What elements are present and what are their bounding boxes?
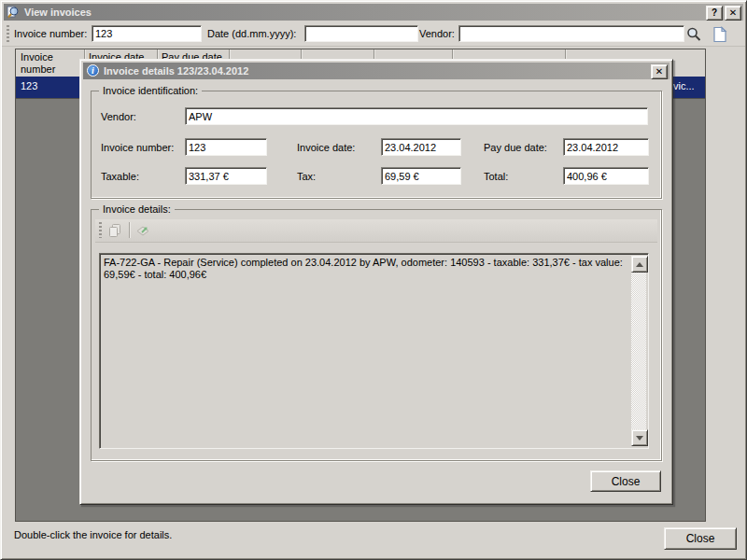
view-invoices-icon	[7, 6, 20, 19]
arrow-down-icon	[636, 436, 643, 441]
invoice-number-filter-label: Invoice number:	[14, 28, 87, 39]
vendor-filter-label: Vendor:	[419, 28, 455, 39]
cell-truncated-details: vic...	[673, 80, 695, 91]
filter-toolbar: Invoice number: Date (dd.mm.yyyy): Vendo…	[2, 21, 745, 47]
vendor-field[interactable]	[185, 107, 648, 125]
arrow-up-icon	[636, 262, 643, 267]
document-icon	[712, 26, 728, 43]
export-icon	[135, 223, 150, 238]
details-scrollbar[interactable]	[631, 256, 646, 446]
invoice-details-group: Invoice details:	[91, 209, 662, 461]
date-filter-input[interactable]	[304, 25, 418, 42]
scrollbar-down-button[interactable]	[631, 429, 648, 446]
cell-invoice-number: 123	[21, 80, 37, 91]
invoice-number-field[interactable]	[185, 138, 267, 156]
total-field[interactable]	[563, 167, 649, 185]
main-titlebar: View invoices ? ✕	[4, 4, 743, 21]
main-close-button[interactable]: Close	[664, 527, 737, 550]
toolbar-separator	[129, 222, 130, 238]
taxable-label: Taxable:	[101, 171, 139, 182]
export-button[interactable]	[134, 221, 152, 240]
taxable-field[interactable]	[185, 167, 267, 185]
dialog-title: Invoice details 123/23.04.2012	[104, 63, 248, 79]
invoice-date-label: Invoice date:	[297, 142, 355, 153]
search-icon	[685, 26, 702, 43]
invoice-number-filter-input[interactable]	[92, 25, 202, 42]
toolbar-grip[interactable]	[7, 25, 9, 42]
search-button[interactable]	[683, 23, 705, 46]
dialog-titlebar: i Invoice details 123/23.04.2012 ✕	[83, 63, 669, 79]
pay-due-date-field[interactable]	[563, 138, 649, 156]
tax-label: Tax:	[297, 171, 316, 182]
details-toolbar	[95, 219, 657, 243]
invoice-identification-legend: Invoice identification:	[99, 84, 202, 97]
total-label: Total:	[484, 171, 508, 182]
vendor-filter-input[interactable]	[458, 25, 684, 42]
invoice-details-text: FA-722-GA - Repair (Service) completed o…	[104, 257, 627, 281]
invoice-details-textarea[interactable]: FA-722-GA - Repair (Service) completed o…	[99, 253, 649, 449]
help-button[interactable]: ?	[706, 6, 723, 21]
copy-icon	[107, 223, 122, 238]
date-filter-label: Date (dd.mm.yyyy):	[207, 28, 296, 39]
pay-due-date-label: Pay due date:	[484, 142, 547, 153]
invoice-date-field[interactable]	[381, 138, 461, 156]
dialog-close-x-button[interactable]: ✕	[651, 64, 668, 79]
scrollbar-up-button[interactable]	[631, 256, 648, 273]
window-close-button[interactable]: ✕	[725, 6, 741, 21]
dialog-close-button[interactable]: Close	[590, 470, 661, 492]
vendor-label: Vendor:	[101, 111, 136, 122]
invoice-number-label: Invoice number:	[101, 142, 174, 153]
main-window: View invoices ? ✕ Invoice number: Date (…	[0, 0, 747, 560]
invoice-details-legend: Invoice details:	[99, 203, 175, 216]
new-document-button[interactable]	[709, 23, 731, 46]
column-header-invoice-number[interactable]: Invoice number	[21, 51, 80, 76]
tax-field[interactable]	[381, 167, 461, 185]
status-hint-text: Double-click the invoice for details.	[14, 529, 172, 540]
info-icon: i	[87, 64, 99, 77]
invoice-identification-group: Invoice identification: Vendor: Invoice …	[91, 91, 662, 199]
details-toolbar-grip[interactable]	[99, 222, 102, 238]
invoice-details-dialog: i Invoice details 123/23.04.2012 ✕ Invoi…	[79, 59, 673, 505]
copy-button[interactable]	[106, 221, 124, 240]
window-title: View invoices	[24, 4, 92, 21]
